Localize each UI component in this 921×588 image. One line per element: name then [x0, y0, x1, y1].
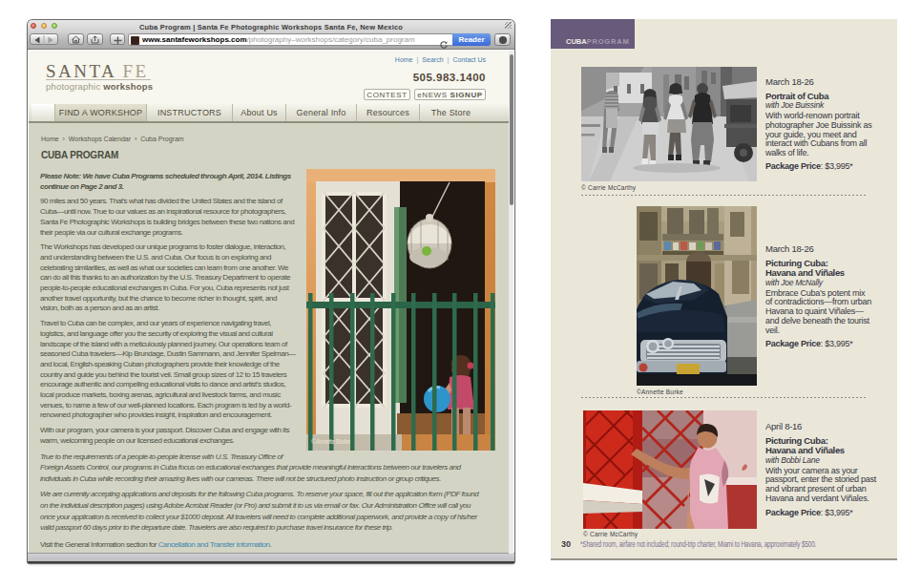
svg-text:© Annette Burke: © Annette Burke — [311, 438, 351, 445]
